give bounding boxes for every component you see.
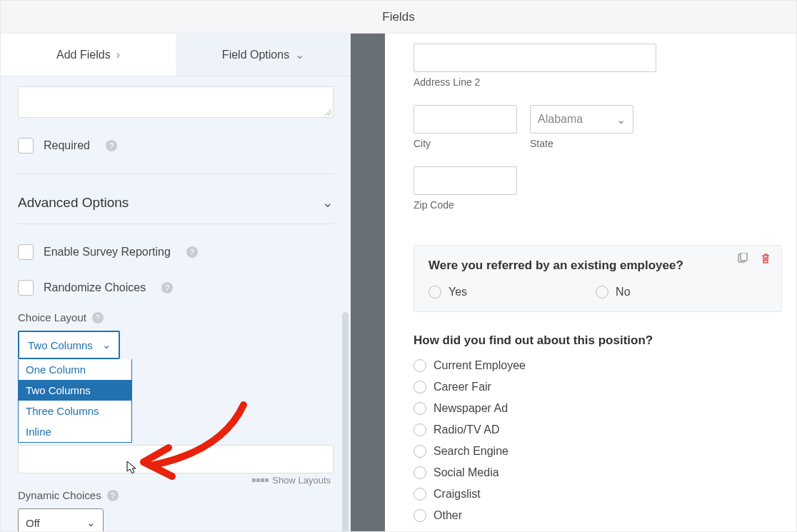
required-row: Required ? xyxy=(18,138,334,154)
findout-options-list: Current Employee Career Fair Newspaper A… xyxy=(413,359,782,522)
advanced-options-header[interactable]: Advanced Options ⌄ xyxy=(18,174,334,221)
radio-option[interactable]: Search Engine xyxy=(413,445,782,458)
radio-option[interactable]: Newspaper Ad xyxy=(413,402,782,415)
dynamic-choices-label: Dynamic Choices ? xyxy=(18,489,334,501)
dropdown-item-one-column[interactable]: One Column xyxy=(19,359,131,380)
state-label: State xyxy=(530,138,633,149)
question-title: How did you find out about this position… xyxy=(413,333,782,348)
radio-icon xyxy=(413,445,426,458)
description-textarea[interactable] xyxy=(18,86,334,118)
page-header: Fields xyxy=(1,1,796,34)
findout-question-block: How did you find out about this position… xyxy=(413,333,782,522)
radio-icon xyxy=(596,286,608,298)
svg-rect-1 xyxy=(741,253,747,261)
radio-option-no[interactable]: No xyxy=(596,286,630,298)
text-input[interactable] xyxy=(18,445,334,473)
radio-option[interactable]: Social Media xyxy=(413,466,782,479)
radio-icon xyxy=(413,423,426,436)
dropdown-item-inline[interactable]: Inline xyxy=(19,421,131,442)
delete-icon[interactable] xyxy=(760,253,771,264)
randomize-checkbox[interactable] xyxy=(18,280,34,296)
help-icon[interactable]: ? xyxy=(186,246,198,258)
tab-field-options[interactable]: Field Options ⌄ xyxy=(176,34,351,76)
choice-layout-select[interactable]: Two Columns ⌄ One Column Two Columns Thr… xyxy=(18,331,120,359)
radio-icon xyxy=(413,488,426,501)
duplicate-icon[interactable] xyxy=(737,253,748,264)
enable-survey-label: Enable Survey Reporting xyxy=(44,246,171,259)
chevron-down-icon: ⌄ xyxy=(322,194,334,211)
radio-option[interactable]: Other xyxy=(413,509,782,522)
help-icon[interactable]: ? xyxy=(107,490,119,501)
sidebar-body: Required ? Advanced Options ⌄ Enable Sur… xyxy=(1,76,351,531)
form-preview: Address Line 2 City Alabama ⌄ State xyxy=(385,34,796,531)
radio-icon xyxy=(413,466,426,479)
required-checkbox[interactable] xyxy=(18,138,34,154)
radio-option[interactable]: Current Employee xyxy=(413,359,782,372)
choice-layout-dropdown: One Column Two Columns Three Columns Inl… xyxy=(18,359,132,443)
tab-label: Field Options xyxy=(222,49,289,61)
annotation-arrow xyxy=(136,394,258,494)
zip-label: Zip Code xyxy=(413,199,517,211)
help-icon[interactable]: ? xyxy=(161,282,173,293)
state-select[interactable]: Alabama ⌄ xyxy=(530,105,633,134)
address-line-2-input[interactable] xyxy=(413,44,656,72)
city-label: City xyxy=(413,138,517,149)
chevron-right-icon: › xyxy=(116,49,120,61)
radio-icon xyxy=(428,286,441,298)
randomize-row: Randomize Choices ? xyxy=(18,280,334,296)
enable-survey-checkbox[interactable] xyxy=(18,244,34,260)
dropdown-item-two-columns[interactable]: Two Columns xyxy=(19,380,131,401)
radio-icon xyxy=(413,402,426,415)
choice-layout-selected: Two Columns xyxy=(28,339,93,351)
scrollbar[interactable] xyxy=(341,76,351,531)
dropdown-item-three-columns[interactable]: Three Columns xyxy=(19,401,131,421)
tab-add-fields[interactable]: Add Fields › xyxy=(1,34,176,76)
radio-option[interactable]: Career Fair xyxy=(413,381,782,393)
radio-icon xyxy=(413,509,426,522)
header-title: Fields xyxy=(382,10,414,24)
referred-question-block[interactable]: Were you referred by an existing employe… xyxy=(413,245,782,312)
question-title: Were you referred by an existing employe… xyxy=(428,259,767,273)
radio-option[interactable]: Craigslist xyxy=(413,488,782,501)
chevron-down-icon: ⌄ xyxy=(102,338,111,351)
chevron-down-icon: ⌄ xyxy=(616,113,626,126)
tab-label: Add Fields xyxy=(56,49,111,61)
chevron-down-icon: ⌄ xyxy=(295,48,304,61)
choice-layout-label: Choice Layout ? xyxy=(18,311,334,323)
help-icon[interactable]: ? xyxy=(106,140,117,151)
grid-icon xyxy=(252,478,269,482)
chevron-down-icon: ⌄ xyxy=(86,516,96,529)
radio-icon xyxy=(413,381,426,393)
sidebar-tabs: Add Fields › Field Options ⌄ xyxy=(1,34,351,76)
zip-input[interactable] xyxy=(413,166,517,195)
radio-option-yes[interactable]: Yes xyxy=(428,286,467,298)
help-icon[interactable]: ? xyxy=(92,312,104,323)
randomize-label: Randomize Choices xyxy=(44,281,146,294)
city-input[interactable] xyxy=(413,105,517,134)
enable-survey-row: Enable Survey Reporting ? xyxy=(18,244,334,260)
show-layouts-link[interactable]: Show Layouts xyxy=(252,475,331,486)
settings-sidebar: Add Fields › Field Options ⌄ Required ? xyxy=(1,34,351,531)
dynamic-choices-select[interactable]: Off ⌄ xyxy=(18,508,104,531)
radio-icon xyxy=(413,359,426,372)
required-label: Required xyxy=(44,139,90,152)
divider xyxy=(18,224,334,224)
advanced-options-label: Advanced Options xyxy=(18,195,129,211)
address-line-2-label: Address Line 2 xyxy=(413,76,782,88)
scrollbar-thumb[interactable] xyxy=(342,312,349,531)
pane-divider[interactable] xyxy=(351,34,385,531)
radio-option[interactable]: Radio/TV AD xyxy=(413,423,782,436)
